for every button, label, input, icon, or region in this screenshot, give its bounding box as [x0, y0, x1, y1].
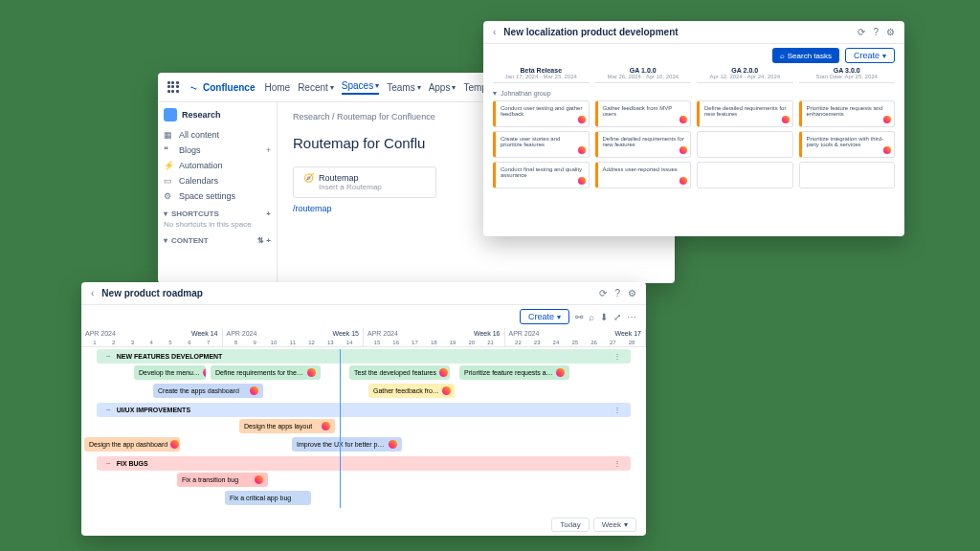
breadcrumb-page[interactable]: Routemap for Confluence	[337, 112, 435, 121]
task[interactable]: Define requirements for the…	[211, 365, 321, 380]
gear-icon[interactable]: ⚙	[886, 27, 895, 37]
link-icon[interactable]: ⚯	[575, 312, 583, 322]
kanban-card[interactable]: Conduct final testing and quality assura…	[493, 162, 590, 188]
kanban-toolbar: ⌕Search tasks Create▾	[483, 44, 904, 67]
calendar-icon: ▭	[164, 176, 173, 186]
space-icon	[164, 108, 177, 121]
create-button[interactable]: Create▾	[845, 48, 895, 63]
roadmap-titlebar: ‹ New product roadmap ⟳ ? ⚙	[81, 282, 646, 305]
space-title[interactable]: Research	[164, 108, 271, 121]
expand-icon[interactable]: ⤢	[613, 312, 621, 322]
column-header: GA 3.0.0Start Date: Apr 25, 2024	[799, 67, 896, 83]
routemap-icon: 🧭	[303, 173, 314, 183]
column-header: Beta ReleaseJan 17, 2024 - Mar 25, 2024	[493, 67, 590, 83]
swimlanes: −NEW FEATURES DEVELOPMENT⋮ Develop the m…	[81, 349, 646, 508]
sidebar-item-calendars[interactable]: ▭Calendars	[164, 173, 271, 188]
routemap-insert-card[interactable]: 🧭Routemap Insert a Routemap	[293, 166, 436, 198]
lane-uiux[interactable]: −UI/UX IMPROVEMENTS⋮	[97, 403, 631, 417]
kanban-card[interactable]: Prioritize feature requests and enhancem…	[799, 100, 896, 127]
task[interactable]: Improve the UX for better p…	[292, 437, 402, 452]
week-button[interactable]: Week▾	[593, 518, 636, 532]
sidebar: Research ▦All content ❝Blogs+ ⚡Automatio…	[158, 102, 278, 286]
roadmap-footer: Today Week▾	[551, 518, 636, 532]
kanban-card-empty[interactable]	[799, 162, 896, 188]
roadmap-toolbar: Create▾ ⚯ ⌕ ⬇ ⤢ ⋯	[81, 305, 646, 328]
task[interactable]: Prioritize feature requests a…	[459, 365, 569, 380]
kanban-columns-header: Beta ReleaseJan 17, 2024 - Mar 25, 2024 …	[483, 67, 904, 86]
task[interactable]: Gather feedback fro…	[368, 384, 455, 398]
help-icon[interactable]: ?	[614, 288, 620, 298]
back-icon[interactable]: ‹	[91, 288, 94, 298]
task[interactable]: Test the developed features	[349, 365, 450, 380]
sidebar-item-all-content[interactable]: ▦All content	[164, 127, 271, 143]
shortcuts-section[interactable]: ▾SHORTCUTS+	[164, 209, 271, 218]
top-nav: Home Recent▾ Spaces▾ Teams▾ Apps▾ Templa…	[264, 80, 507, 95]
nav-recent[interactable]: Recent▾	[298, 80, 334, 95]
refresh-icon[interactable]: ⟳	[858, 27, 865, 37]
task[interactable]: Create the apps dashboard	[153, 384, 263, 398]
create-button[interactable]: Create▾	[520, 309, 569, 324]
nav-spaces[interactable]: Spaces▾	[342, 80, 379, 95]
grid-icon: ▦	[164, 130, 173, 140]
download-icon[interactable]: ⬇	[600, 312, 608, 322]
content-section[interactable]: ▾CONTENT⇅ +	[164, 236, 271, 245]
sidebar-item-automation[interactable]: ⚡Automation	[164, 158, 271, 173]
sidebar-item-settings[interactable]: ⚙Space settings	[164, 188, 271, 204]
quote-icon: ❝	[164, 145, 173, 155]
today-button[interactable]: Today	[551, 518, 589, 532]
kanban-card[interactable]: Conduct user testing and gather feedback	[493, 100, 590, 127]
filter-icon[interactable]: ⇅ +	[257, 236, 271, 245]
refresh-icon[interactable]: ⟳	[599, 288, 607, 298]
search-icon: ⌕	[780, 52, 785, 60]
column-header: GA 1.0.0Mar 26, 2024 - Apr 10, 2024	[595, 67, 692, 83]
task[interactable]: Fix a critical app bug	[225, 491, 311, 505]
kanban-card[interactable]: Define detailed requirements for new fea…	[595, 131, 692, 158]
lane-features[interactable]: −NEW FEATURES DEVELOPMENT⋮	[97, 349, 631, 364]
kanban-title: New localization product development	[503, 27, 850, 37]
kanban-card[interactable]: Define detailed requirements for new fea…	[697, 100, 793, 127]
task[interactable]: Develop the menu…	[134, 365, 206, 380]
app-switcher-icon[interactable]	[167, 81, 179, 93]
roadmap-title: New product roadmap	[101, 288, 591, 298]
gear-icon: ⚙	[164, 191, 173, 201]
back-icon[interactable]: ‹	[493, 27, 496, 37]
kanban-window: ‹ New localization product development ⟳…	[483, 21, 904, 236]
kanban-card[interactable]: Address user-reported issues	[595, 162, 692, 188]
task[interactable]: Design the app dashboard	[84, 437, 180, 452]
lane-bugs[interactable]: −FIX BUGS⋮	[97, 456, 631, 471]
roadmap-window: ‹ New product roadmap ⟳ ? ⚙ Create▾ ⚯ ⌕ …	[81, 282, 646, 536]
confluence-icon	[189, 82, 199, 93]
no-shortcuts-text: No shortcuts in this space	[164, 218, 271, 231]
task[interactable]: Fix a transition bug	[177, 473, 268, 487]
kanban-card[interactable]: Prioritize integration with third-party …	[799, 131, 896, 158]
column-header: GA 2.0.0Apr 12, 2024 - Apr 24, 2024	[697, 67, 793, 83]
kanban-titlebar: ‹ New localization product development ⟳…	[483, 21, 904, 44]
search-tasks-button[interactable]: ⌕Search tasks	[772, 48, 839, 63]
more-icon[interactable]: ⋯	[627, 312, 636, 322]
kanban-card[interactable]: Gather feedback from MVP users	[595, 100, 692, 127]
nav-apps[interactable]: Apps▾	[429, 80, 457, 95]
kanban-columns-body: Conduct user testing and gather feedback…	[483, 100, 904, 192]
nav-home[interactable]: Home	[264, 80, 290, 95]
help-icon[interactable]: ?	[873, 27, 879, 37]
kanban-card-empty[interactable]	[697, 131, 793, 158]
search-icon[interactable]: ⌕	[589, 312, 594, 322]
kanban-group[interactable]: ▾Johnathan group	[483, 86, 904, 100]
kanban-card[interactable]: Create user stories and prioritize featu…	[493, 131, 590, 158]
today-line	[340, 349, 341, 508]
plus-icon[interactable]: +	[266, 209, 271, 218]
breadcrumb-research[interactable]: Research	[293, 112, 330, 121]
timeline-header: APR 2024Week 141234567 APR 2024Week 1589…	[81, 328, 646, 347]
kanban-card-empty[interactable]	[697, 162, 793, 188]
sidebar-item-blogs[interactable]: ❝Blogs+	[164, 143, 271, 158]
plus-icon[interactable]: +	[266, 145, 271, 155]
task[interactable]: Design the apps layout	[239, 419, 335, 433]
confluence-logo[interactable]: Confluence	[189, 82, 255, 93]
nav-teams[interactable]: Teams▾	[387, 80, 420, 95]
gear-icon[interactable]: ⚙	[628, 288, 636, 298]
bolt-icon: ⚡	[164, 161, 173, 170]
